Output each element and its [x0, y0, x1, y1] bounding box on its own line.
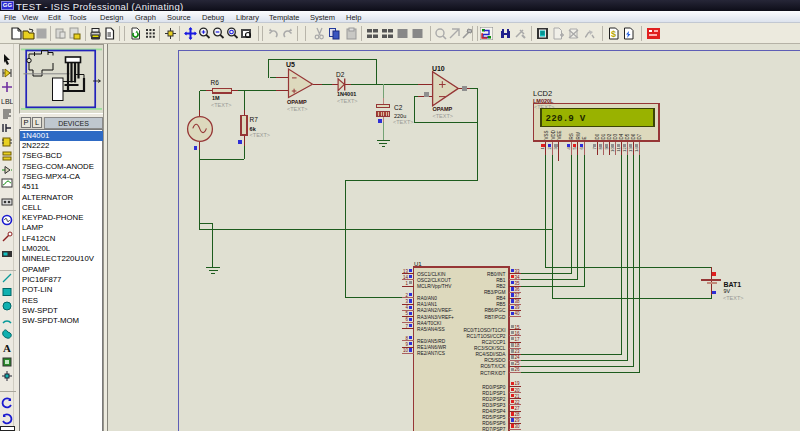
svg-text:RB2: RB2 [496, 284, 506, 289]
svg-text:RD3/PSP3: RD3/PSP3 [482, 403, 506, 408]
svg-text:RD0/PSP0: RD0/PSP0 [482, 385, 506, 390]
svg-text:17: 17 [515, 337, 521, 342]
svg-text:D4: D4 [619, 133, 624, 139]
svg-text:OPAMP: OPAMP [433, 106, 453, 112]
svg-text:RC7/RX/DT: RC7/RX/DT [480, 371, 505, 376]
svg-text:RE0/AN5/RD: RE0/AN5/RD [417, 339, 446, 344]
svg-text:RE2/AN7/CS: RE2/AN7/CS [417, 351, 445, 356]
svg-text:A: A [3, 342, 11, 354]
svg-text:RB0/INT: RB0/INT [487, 272, 505, 277]
svg-text:RA5/AN4/SS: RA5/AN4/SS [417, 327, 445, 332]
svg-text:15: 15 [515, 325, 521, 330]
svg-text:RC5/SDO: RC5/SDO [484, 358, 506, 363]
svg-text:RA3/AN3/VREF+: RA3/AN3/VREF+ [417, 315, 454, 320]
svg-text:23: 23 [515, 349, 521, 354]
svg-text:D7: D7 [637, 133, 642, 139]
svg-text:<TEXT>: <TEXT> [250, 132, 270, 138]
svg-text:19: 19 [515, 381, 521, 386]
svg-text:14: 14 [634, 147, 639, 152]
svg-text:25: 25 [515, 361, 521, 366]
svg-text:28: 28 [515, 412, 521, 417]
svg-text:36: 36 [515, 287, 521, 292]
svg-text:13: 13 [628, 147, 633, 152]
svg-text:D2: D2 [336, 71, 345, 78]
svg-text:D1: D1 [601, 133, 606, 139]
svg-text:220u: 220u [394, 113, 406, 119]
svg-text:U1: U1 [414, 261, 422, 267]
svg-text:D6: D6 [631, 133, 636, 139]
svg-text:9V: 9V [724, 288, 731, 294]
svg-text:220.9 V: 220.9 V [546, 113, 586, 124]
svg-text:E: E [582, 136, 587, 139]
svg-text:D3: D3 [613, 133, 618, 139]
svg-text:RA4/T0CKI: RA4/T0CKI [417, 321, 441, 326]
svg-text:VDD: VDD [551, 129, 556, 139]
svg-text:RA1/AN1: RA1/AN1 [417, 302, 437, 307]
svg-text:RC4/SDI/SDA: RC4/SDI/SDA [475, 352, 506, 357]
svg-text:<TEXT>: <TEXT> [337, 98, 357, 104]
svg-text:24: 24 [515, 355, 521, 360]
svg-text:33: 33 [515, 269, 521, 274]
svg-text:R7: R7 [250, 116, 259, 123]
svg-text:D0: D0 [595, 133, 600, 139]
svg-text:21: 21 [515, 394, 521, 399]
svg-text:RC0/T1OSO/T1CKI: RC0/T1OSO/T1CKI [463, 328, 505, 333]
svg-text:<TEXT>: <TEXT> [723, 295, 743, 301]
svg-text:RB4: RB4 [496, 296, 506, 301]
svg-text:1N4001: 1N4001 [337, 91, 356, 97]
svg-text:<TEXT>: <TEXT> [393, 119, 413, 125]
svg-text:<TEXT>: <TEXT> [433, 113, 453, 119]
svg-text:34: 34 [515, 275, 521, 280]
svg-text:MCLR/Vpp/THV: MCLR/Vpp/THV [417, 284, 452, 289]
svg-text:C2: C2 [394, 104, 403, 111]
svg-text:OSC2/CLKOUT: OSC2/CLKOUT [417, 278, 451, 283]
svg-text:$: $ [611, 29, 616, 39]
svg-text:<TEXT>: <TEXT> [287, 106, 307, 112]
svg-text:U5: U5 [286, 61, 295, 68]
svg-text:1M: 1M [212, 95, 220, 101]
svg-text:14: 14 [403, 275, 409, 280]
svg-text:D2: D2 [607, 133, 612, 139]
svg-text:RB3/PGM: RB3/PGM [484, 290, 506, 295]
svg-text:RC1/T1OSI/CCP2: RC1/T1OSI/CCP2 [467, 334, 506, 339]
svg-text:30: 30 [515, 424, 521, 429]
svg-text:38: 38 [515, 299, 521, 304]
svg-text:<TEXT>: <TEXT> [211, 102, 231, 108]
svg-text:16: 16 [515, 331, 521, 336]
svg-text:27: 27 [515, 406, 521, 411]
svg-text:26: 26 [515, 367, 521, 372]
svg-text:RC3/SCK/SCL: RC3/SCK/SCL [474, 346, 506, 351]
svg-text:10: 10 [610, 147, 615, 152]
svg-text:RB1: RB1 [496, 278, 506, 283]
svg-text:LBL: LBL [1, 98, 13, 105]
svg-text:12: 12 [622, 147, 627, 152]
svg-text:RA2/AN2/VREF-: RA2/AN2/VREF- [417, 308, 453, 313]
svg-text:13: 13 [403, 269, 409, 274]
svg-text:RD1/PSP1: RD1/PSP1 [482, 391, 506, 396]
svg-text:20: 20 [515, 388, 521, 393]
svg-text:RC2/CCP1: RC2/CCP1 [482, 340, 506, 345]
svg-text:RD2/PSP2: RD2/PSP2 [482, 397, 506, 402]
svg-text:RW: RW [576, 131, 581, 139]
svg-text:RD5/PSP5: RD5/PSP5 [482, 415, 506, 420]
svg-text:29: 29 [515, 418, 521, 423]
svg-text:RB5: RB5 [496, 302, 506, 307]
svg-text:22: 22 [515, 400, 521, 405]
svg-text:VSS: VSS [544, 130, 549, 139]
svg-text:OSC1/CLKIN: OSC1/CLKIN [417, 272, 446, 277]
svg-text:RA0/AN0: RA0/AN0 [417, 296, 437, 301]
svg-text:RD7/PSP7: RD7/PSP7 [482, 427, 506, 431]
svg-text:U10: U10 [432, 65, 445, 72]
svg-text:RD6/PSP6: RD6/PSP6 [482, 421, 506, 426]
svg-text:RE1/AN6/WR: RE1/AN6/WR [417, 345, 447, 350]
svg-text:D5: D5 [625, 133, 630, 139]
svg-text:18: 18 [515, 343, 521, 348]
svg-text:35: 35 [515, 281, 521, 286]
svg-text:37: 37 [515, 293, 521, 298]
svg-text:OPAMP: OPAMP [287, 99, 307, 105]
svg-text:39: 39 [515, 305, 521, 310]
svg-text:11: 11 [616, 147, 621, 152]
svg-text:BAT1: BAT1 [724, 281, 742, 288]
svg-text:RC6/TX/CK: RC6/TX/CK [480, 364, 506, 369]
svg-text:RB6/PGC: RB6/PGC [484, 308, 506, 313]
